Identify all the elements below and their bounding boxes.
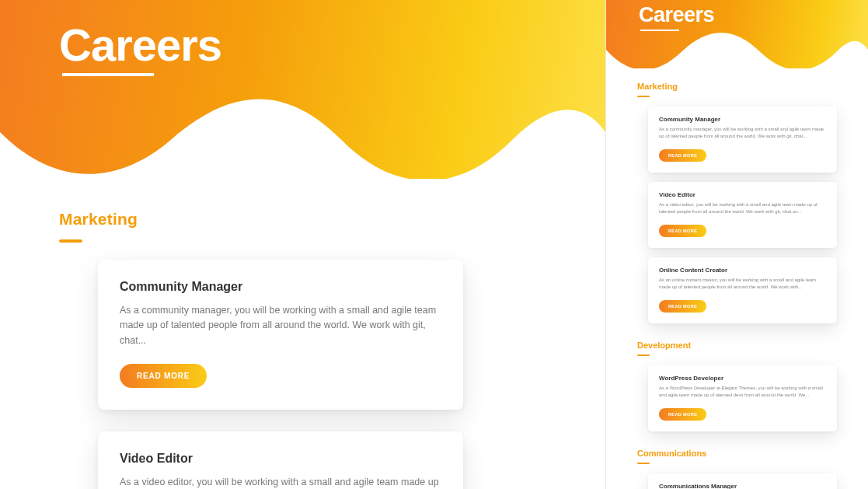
hero-wave-icon: [606, 28, 868, 79]
read-more-button[interactable]: READ MORE: [659, 408, 706, 421]
job-title: Video Editor: [120, 452, 441, 466]
job-title: Video Editor: [659, 191, 826, 198]
job-card: Community Manager As a community manager…: [648, 107, 837, 173]
section-title-marketing: Marketing: [59, 210, 520, 229]
section-rule: [59, 239, 82, 243]
job-desc: As a WordPress Developer at Elegant Them…: [659, 385, 826, 399]
page-title: Careers: [639, 3, 714, 27]
job-desc: As a video editor, you will be working w…: [120, 475, 441, 489]
job-title: Community Manager: [120, 280, 441, 294]
job-desc: As an online content creator, you will b…: [659, 277, 826, 291]
section-rule: [637, 463, 650, 464]
job-desc: As a video editor, you will be working w…: [659, 201, 826, 215]
section-rule: [637, 355, 650, 356]
section-title: Marketing: [637, 82, 837, 91]
job-title: Communications Manager: [659, 483, 826, 489]
job-desc: As a community manager, you will be work…: [659, 126, 826, 140]
job-title: WordPress Developer: [659, 375, 826, 382]
section-marketing: Marketing Community Manager As a communi…: [637, 82, 837, 323]
read-more-button[interactable]: READ MORE: [659, 300, 706, 313]
job-card: WordPress Developer As a WordPress Devel…: [648, 365, 837, 431]
section-rule: [637, 96, 650, 97]
title-underline: [62, 73, 154, 76]
title-underline: [640, 30, 679, 31]
right-content: Marketing Community Manager As a communi…: [637, 82, 837, 489]
section-title: Communications: [637, 449, 837, 458]
job-title: Online Content Creator: [659, 267, 826, 274]
job-desc: As a community manager, you will be work…: [120, 303, 441, 348]
read-more-button[interactable]: READ MORE: [659, 225, 706, 237]
desktop-preview: Careers Marketing Community Manager As a…: [0, 0, 605, 489]
read-more-button[interactable]: READ MORE: [659, 149, 706, 162]
job-card: Community Manager As a community manager…: [98, 260, 463, 410]
section-communications: Communications Communications Manager As…: [637, 449, 837, 489]
mobile-preview: Careers Marketing Community Manager As a…: [605, 0, 868, 489]
job-title: Community Manager: [659, 116, 826, 123]
section-title: Development: [637, 341, 837, 350]
job-card: Communications Manager As a communicatio…: [648, 473, 837, 489]
job-card: Video Editor As a video editor, you will…: [98, 431, 463, 489]
read-more-button[interactable]: READ MORE: [120, 364, 207, 388]
left-content: Marketing Community Manager As a communi…: [59, 210, 520, 489]
job-card: Video Editor As a video editor, you will…: [648, 182, 837, 248]
section-development: Development WordPress Developer As a Wor…: [637, 341, 837, 431]
job-card: Online Content Creator As an online cont…: [648, 257, 837, 323]
page-title: Careers: [59, 19, 221, 71]
